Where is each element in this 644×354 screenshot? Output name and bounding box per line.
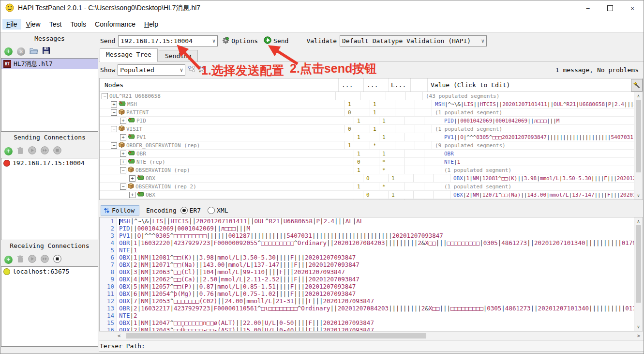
tree-row[interactable]: −PATIENT01(1 populated segment) <box>100 108 634 117</box>
tab-sending[interactable]: Sending <box>159 50 198 62</box>
tree-row[interactable]: +OBX01OBX|1|NM|12081^□□(K)||3.98|mmol/L|… <box>100 174 634 183</box>
editor-line[interactable]: 11OBX|6|NM|12054^þ(Mg)||0.76|mmol/L|0.75… <box>100 290 634 297</box>
scroll-right-icon[interactable]: > <box>634 333 643 339</box>
hl7-source-editor[interactable]: 1MSH|^~\&|LIS||HTCIS||20201207101411||OU… <box>99 217 643 331</box>
minimize-button[interactable]: — <box>577 0 599 16</box>
tree-expander[interactable]: + <box>120 151 126 157</box>
editor-line[interactable]: 16OBX|2|NM|12043^□□Û□□□□□-□□-(AST)||15.0… <box>100 326 634 331</box>
value-cell[interactable]: OBR <box>441 150 634 157</box>
editor-line[interactable]: 12OBX|7|NM|12053^□□□□□□□(C02)||24.00|mmo… <box>100 297 634 305</box>
editor-line[interactable]: 6OBX|1|NM|12081^□□(K)||3.98|mmol/L|3.50-… <box>100 254 634 261</box>
collapse-all-icon[interactable] <box>188 65 195 75</box>
menu-item-tools[interactable]: Tools <box>66 19 90 30</box>
value-cell[interactable]: PID||0001042069|0001042069||л□□□|||M <box>441 117 634 124</box>
menu-item-help[interactable]: Help <box>140 19 162 30</box>
tree-expander[interactable]: − <box>120 184 126 190</box>
tree-expander[interactable]: − <box>102 93 108 99</box>
value-cell[interactable]: (1 populated segment) <box>441 183 634 190</box>
tree-expander[interactable]: + <box>129 175 135 182</box>
value-cell[interactable]: (9 populated segments) <box>432 141 634 149</box>
editor-line[interactable]: 2PID||0001042069|0001042069||л□□□|||M <box>100 225 634 232</box>
value-cell[interactable]: MSH|^~\&|LIS||HTCIS||20201207101411||OUL… <box>432 100 634 108</box>
options-button[interactable]: Options <box>221 36 259 46</box>
scroll-down-icon[interactable]: ∨ <box>634 192 643 200</box>
editor-line[interactable]: 15OBX|1|NM|12047^□□□□□□□□n□□ø(ALT)||22.0… <box>100 319 634 326</box>
value-cell[interactable]: OBX|1|NM|12081^□□(K)||3.98|mmol/L|3.50-5… <box>450 174 634 182</box>
tree-row[interactable]: +PID11PID||0001042069|0001042069||л□□□||… <box>100 117 634 125</box>
menu-item-conformance[interactable]: Conformance <box>91 19 139 30</box>
encoding-radio-er7[interactable]: ER7 <box>180 207 201 214</box>
tree-expander[interactable]: − <box>111 142 117 149</box>
value-cell[interactable]: (1 populated segment) <box>432 108 634 116</box>
open-folder-icon[interactable] <box>30 47 38 56</box>
tree-row[interactable]: −OBSERVATION (rep 3)1*(1 populated segme… <box>100 199 634 200</box>
encoding-radio-xml[interactable]: XML <box>208 207 228 214</box>
tree-expander[interactable]: + <box>120 159 126 165</box>
tree-expander[interactable]: + <box>120 118 126 124</box>
value-cell[interactable]: NTE|1 <box>441 158 634 166</box>
editor-vertical-scrollbar[interactable]: ∧ ∨ <box>634 217 643 331</box>
tree-row[interactable]: +NTE (rep)0*NTE|1 <box>100 158 634 166</box>
scroll-down-icon[interactable]: ∨ <box>634 323 643 331</box>
editor-hscrollbar-thumb[interactable] <box>126 333 426 339</box>
add-icon[interactable]: + <box>4 256 13 264</box>
save-icon[interactable] <box>43 47 50 56</box>
tree-expander[interactable]: + <box>129 192 135 198</box>
editor-line[interactable]: 4OBR|1|16032220|4237929723|F00000092055^… <box>100 239 634 246</box>
show-combobox[interactable]: Populated ∨ <box>118 64 185 76</box>
wand-button[interactable] <box>631 79 643 92</box>
follow-toggle-button[interactable]: Follow <box>101 205 139 215</box>
editor-horizontal-scrollbar[interactable]: < > <box>99 331 643 340</box>
value-cell[interactable]: PV1||O|^^^0305^□□□20201207093847||||||||… <box>441 133 634 141</box>
send-target-combobox[interactable]: 192.168.17.15:10004 ∨ <box>118 35 218 46</box>
maximize-button[interactable] <box>599 0 621 16</box>
sending-connection-item[interactable]: 192.168.17.15:10004 <box>1 158 98 168</box>
editor-line[interactable]: 1MSH|^~\&|LIS||HTCIS||20201207101411||OU… <box>100 217 634 225</box>
editor-line[interactable]: 5NTE|1 <box>100 246 634 254</box>
message-file-item[interactable]: H7HL7消息.hl7 <box>1 59 98 69</box>
splitter[interactable] <box>99 200 644 204</box>
editor-line[interactable]: 10OBX|5|NM|12057^□□(P)||0.87|mmol/L|0.85… <box>100 283 634 290</box>
scroll-up-icon[interactable]: ∧ <box>634 92 643 100</box>
tree-row[interactable]: −OBSERVATION (rep)1*(1 populated segment… <box>100 166 634 174</box>
editor-line[interactable]: 13OBR|2|16032217|4237929723|F00000110561… <box>100 305 634 312</box>
editor-line[interactable]: 9OBX|4|NM|12062^□□(Ca)||2.50|mmol/L|2.11… <box>100 276 634 283</box>
tree-expander[interactable]: + <box>111 101 117 108</box>
add-icon[interactable]: + <box>4 147 13 155</box>
tree-row[interactable]: +OBR11OBR <box>100 150 634 158</box>
value-cell[interactable]: OBX|2|NM|12071^□□(Na)||143.00|mmol/L|137… <box>450 191 634 199</box>
tab-message-tree[interactable]: Message Tree <box>100 48 158 62</box>
editor-scrollbar-thumb[interactable] <box>636 225 641 303</box>
tree-row[interactable]: +PV111PV1||O|^^^0305^□□□20201207093847||… <box>100 133 634 141</box>
editor-line[interactable]: 8OBX|3|NM|12063^□□(Cl)||104|mmol/L|99-11… <box>100 268 634 276</box>
editor-line[interactable]: 3PV1||O|^^^0305^□□□□□□□□□||||||001287|||… <box>100 232 634 239</box>
tree-row[interactable]: +MSH11MSH|^~\&|LIS||HTCIS||2020120710141… <box>100 100 634 108</box>
tree-vertical-scrollbar[interactable]: ∧ ∨ <box>634 92 643 200</box>
scroll-left-icon[interactable]: < <box>115 333 123 339</box>
tree-expander[interactable]: − <box>120 167 126 173</box>
menu-item-test[interactable]: Test <box>45 19 66 30</box>
expand-all-icon[interactable]: + <box>198 65 206 75</box>
value-cell[interactable]: (1 populated segment) <box>432 125 634 133</box>
tree-row[interactable]: −ORDER_OBSERVATION (rep)1*(9 populated s… <box>100 141 634 150</box>
menu-item-file[interactable]: File <box>2 19 21 30</box>
editor-line[interactable]: 14NTE|2 <box>100 312 634 319</box>
menu-item-view[interactable]: View <box>22 19 45 30</box>
value-cell[interactable]: (43 populated segments) <box>423 92 634 100</box>
close-icon[interactable]: ✕ <box>17 47 25 56</box>
scroll-up-icon[interactable]: ∧ <box>634 217 643 225</box>
tree-row[interactable]: −VISIT01(1 populated segment) <box>100 125 634 133</box>
add-icon[interactable]: + <box>4 47 13 56</box>
send-button[interactable]: Send <box>262 35 290 46</box>
tree-expander[interactable]: − <box>111 126 117 132</box>
validate-combobox[interactable]: Default Datatype Validation (HAPI) ∨ <box>340 35 487 46</box>
tree-scrollbar-thumb[interactable] <box>636 100 641 172</box>
value-cell[interactable]: (1 populated segment) <box>441 199 634 200</box>
tree-row[interactable]: −OBSERVATION (rep 2)1*(1 populated segme… <box>100 183 634 191</box>
tree-row[interactable]: +OBX01OBX|2|NM|12071^□□(Na)||143.00|mmol… <box>100 191 634 199</box>
tree-expander[interactable]: − <box>111 109 117 116</box>
tree-expander[interactable]: + <box>120 134 126 140</box>
stop-icon[interactable] <box>53 255 61 264</box>
value-cell[interactable]: (1 populated segment) <box>441 166 634 174</box>
tree-row[interactable]: −OUL^R21 U6680658(43 populated segments) <box>100 92 634 100</box>
